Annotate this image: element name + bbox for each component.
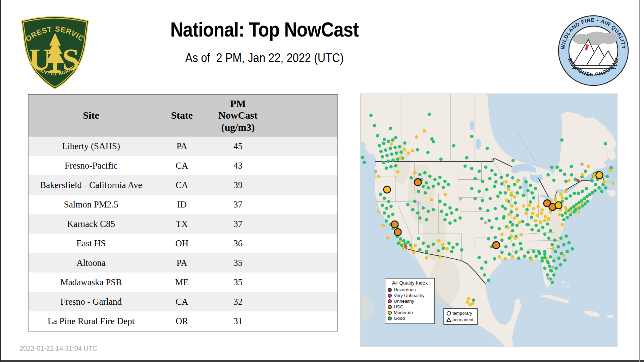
monitor-dot[interactable] <box>373 124 376 127</box>
monitor-dot[interactable] <box>564 190 567 193</box>
monitor-dot[interactable] <box>577 201 581 204</box>
monitor-dot[interactable] <box>584 170 587 173</box>
monitor-dot[interactable] <box>558 213 561 217</box>
monitor-dot[interactable] <box>581 202 584 205</box>
monitor-dot[interactable] <box>546 222 549 226</box>
monitor-dot[interactable] <box>511 176 514 180</box>
monitor-dot[interactable] <box>528 204 531 207</box>
monitor-dot[interactable] <box>539 221 542 224</box>
monitor-dot[interactable] <box>474 197 477 200</box>
monitor-dot[interactable] <box>559 236 562 240</box>
monitor-dot[interactable] <box>363 161 366 164</box>
monitor-dot[interactable] <box>546 260 549 263</box>
monitor-dot[interactable] <box>389 205 393 208</box>
monitor-dot[interactable] <box>448 221 452 225</box>
monitor-dot[interactable] <box>531 212 534 215</box>
monitor-dot[interactable] <box>416 212 420 215</box>
monitor-dot[interactable] <box>391 213 394 216</box>
monitor-dot[interactable] <box>379 150 383 153</box>
monitor-dot[interactable] <box>500 232 503 236</box>
monitor-dot[interactable] <box>393 146 397 149</box>
monitor-dot[interactable] <box>541 226 544 229</box>
monitor-dot[interactable] <box>425 256 428 259</box>
monitor-dot[interactable] <box>443 180 447 183</box>
monitor-dot[interactable] <box>440 210 443 213</box>
monitor-dot[interactable] <box>411 149 414 153</box>
monitor-dot[interactable] <box>524 212 528 215</box>
monitor-dot[interactable] <box>483 273 486 277</box>
monitor-dot[interactable] <box>502 217 505 220</box>
monitor-dot[interactable] <box>529 200 532 204</box>
monitor-dot[interactable] <box>556 245 560 248</box>
monitor-dot[interactable] <box>402 239 406 242</box>
monitor-dot[interactable] <box>490 226 493 229</box>
monitor-dot[interactable] <box>442 186 445 189</box>
monitor-dot[interactable] <box>424 191 427 195</box>
monitor-dot[interactable] <box>543 266 546 270</box>
monitor-dot[interactable] <box>374 170 377 173</box>
monitor-dot[interactable] <box>389 127 392 130</box>
monitor-dot[interactable] <box>586 200 589 203</box>
monitor-dot[interactable] <box>518 221 521 224</box>
monitor-dot[interactable] <box>605 175 609 178</box>
monitor-dot[interactable] <box>484 221 487 224</box>
monitor-dot[interactable] <box>559 193 562 196</box>
monitor-dot[interactable] <box>560 138 564 142</box>
monitor-dot[interactable] <box>513 195 516 199</box>
monitor-dot[interactable] <box>604 186 607 190</box>
monitor-dot[interactable] <box>399 156 402 160</box>
monitor-dot[interactable] <box>394 164 397 168</box>
monitor-dot[interactable] <box>383 212 386 215</box>
monitor-dot[interactable] <box>514 201 517 205</box>
monitor-dot[interactable] <box>537 229 540 232</box>
monitor-dot[interactable] <box>391 138 394 142</box>
monitor-dot[interactable] <box>422 241 425 245</box>
monitor-dot[interactable] <box>418 217 422 220</box>
monitor-dot[interactable] <box>523 254 526 258</box>
monitor-dot[interactable] <box>566 250 569 253</box>
monitor-dot[interactable] <box>546 173 550 177</box>
monitor-dot[interactable] <box>499 176 503 179</box>
monitor-dot[interactable] <box>496 195 499 198</box>
monitor-dot[interactable] <box>522 194 525 197</box>
top-site-marker[interactable] <box>394 229 401 236</box>
monitor-dot[interactable] <box>575 205 579 208</box>
top-site-marker[interactable] <box>414 179 421 186</box>
monitor-dot[interactable] <box>608 169 612 172</box>
monitor-dot[interactable] <box>516 191 519 195</box>
monitor-dot[interactable] <box>390 153 393 156</box>
monitor-dot[interactable] <box>574 208 577 212</box>
monitor-dot[interactable] <box>437 249 440 252</box>
monitor-dot[interactable] <box>549 255 552 258</box>
monitor-dot[interactable] <box>470 187 474 190</box>
monitor-dot[interactable] <box>480 217 484 221</box>
monitor-dot[interactable] <box>543 250 546 253</box>
monitor-dot[interactable] <box>467 297 471 300</box>
monitor-dot[interactable] <box>565 208 568 212</box>
monitor-dot[interactable] <box>487 279 490 282</box>
top-site-marker[interactable] <box>555 202 562 209</box>
monitor-dot[interactable] <box>500 182 503 186</box>
monitor-dot[interactable] <box>378 144 381 147</box>
monitor-dot[interactable] <box>399 237 402 240</box>
monitor-dot[interactable] <box>510 204 514 208</box>
monitor-dot[interactable] <box>553 238 556 242</box>
monitor-dot[interactable] <box>455 242 459 246</box>
monitor-dot[interactable] <box>509 210 513 214</box>
monitor-dot[interactable] <box>416 148 419 152</box>
monitor-dot[interactable] <box>383 197 386 200</box>
monitor-dot[interactable] <box>549 229 552 232</box>
monitor-dot[interactable] <box>540 212 543 215</box>
monitor-dot[interactable] <box>576 179 580 182</box>
monitor-dot[interactable] <box>459 217 462 220</box>
monitor-dot[interactable] <box>403 148 406 151</box>
monitor-dot[interactable] <box>540 208 544 212</box>
table-row[interactable]: AltoonaPA35 <box>29 253 337 273</box>
monitor-dot[interactable] <box>445 247 449 250</box>
monitor-dot[interactable] <box>410 176 413 180</box>
monitor-dot[interactable] <box>470 135 474 138</box>
table-row[interactable]: Karnack C85TX37 <box>29 214 337 234</box>
monitor-dot[interactable] <box>551 265 554 269</box>
monitor-dot[interactable] <box>537 250 540 253</box>
monitor-dot[interactable] <box>377 210 380 214</box>
